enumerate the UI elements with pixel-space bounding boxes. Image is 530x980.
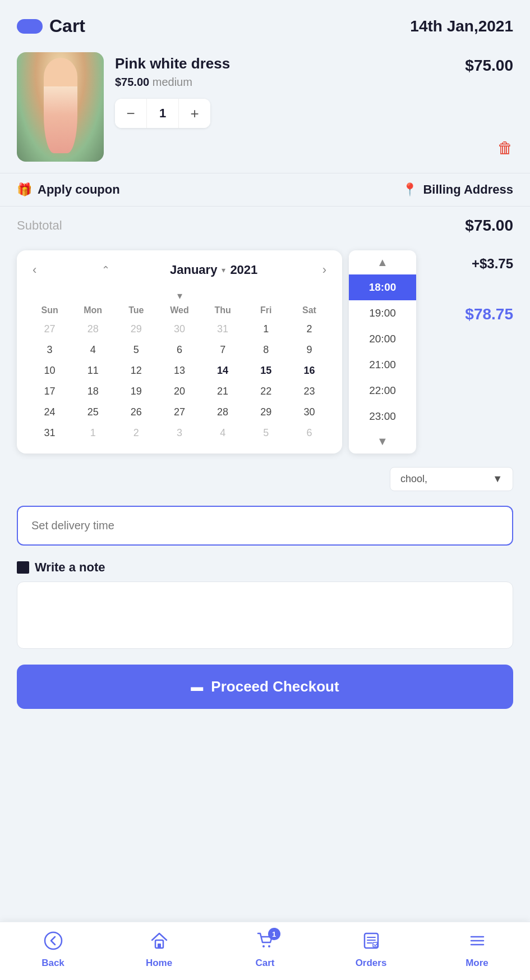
nav-label-cart: Cart — [255, 958, 274, 969]
location-icon: 📍 — [402, 182, 417, 197]
delivery-section — [0, 500, 530, 555]
calendar-day[interactable]: 23 — [288, 381, 331, 402]
time-option[interactable]: 20:00 — [349, 326, 416, 352]
address-row: chool, ▼ — [0, 462, 530, 500]
billing-label: Billing Address — [423, 182, 513, 197]
calendar-day[interactable]: 6 — [288, 423, 331, 443]
delete-button[interactable]: 🗑 — [497, 139, 513, 157]
calendar-prev-button[interactable]: ‹ — [28, 260, 41, 280]
calendar-section: ‹ ⌃ January ▾ 2021 › ▾ Sun Mon Tue Wed — [0, 245, 530, 462]
calendar-day[interactable]: 15 — [245, 360, 288, 381]
calendar-next-button[interactable]: › — [318, 260, 331, 280]
calendar-day[interactable]: 19 — [114, 381, 158, 402]
calendar-day[interactable]: 16 — [288, 360, 331, 381]
time-option[interactable]: 19:00 — [349, 300, 416, 326]
product-info: Pink white dress $75.00 medium − 1 + — [115, 52, 513, 128]
calendar-day[interactable]: 27 — [158, 402, 201, 423]
calendar-day[interactable]: 4 — [71, 340, 114, 360]
calendar-month-year: January ▾ 2021 — [170, 263, 257, 277]
cart-pill-icon — [17, 19, 43, 34]
quantity-decrease-button[interactable]: − — [115, 99, 146, 128]
time-option[interactable]: 23:00 — [349, 404, 416, 429]
calendar-day[interactable]: 27 — [28, 319, 71, 340]
time-list: 18:0019:0020:0021:0022:0023:00 — [349, 274, 416, 429]
calendar-day[interactable]: 24 — [28, 402, 71, 423]
calendar-day[interactable]: 29 — [114, 319, 158, 340]
calendar-day[interactable]: 31 — [201, 319, 245, 340]
calendar-day[interactable]: 10 — [28, 360, 71, 381]
weekday-tue: Tue — [114, 302, 158, 319]
calendar-grid: Sun Mon Tue Wed Thu Fri Sat 272829303112… — [28, 302, 331, 443]
nav-item-home[interactable]: Home — [131, 931, 187, 969]
billing-address-button[interactable]: 📍 Billing Address — [402, 182, 513, 197]
product-price-right: $75.00 — [465, 57, 513, 75]
calendar-day[interactable]: 28 — [71, 319, 114, 340]
calendar-day[interactable]: 21 — [201, 381, 245, 402]
calendar-day[interactable]: 18 — [71, 381, 114, 402]
apply-coupon-button[interactable]: 🎁 Apply coupon — [17, 182, 120, 197]
nav-item-orders[interactable]: Orders — [343, 931, 399, 969]
quantity-increase-button[interactable]: + — [179, 99, 210, 128]
calendar-day[interactable]: 13 — [158, 360, 201, 381]
subtotal-label: Subtotal — [17, 218, 62, 233]
calendar-day[interactable]: 5 — [245, 423, 288, 443]
address-dropdown[interactable]: chool, ▼ — [390, 467, 513, 491]
nav-item-cart[interactable]: 1 Cart — [237, 931, 293, 969]
calendar-day[interactable]: 3 — [28, 340, 71, 360]
calendar-day[interactable]: 17 — [28, 381, 71, 402]
calendar-day[interactable]: 22 — [245, 381, 288, 402]
calendar-up-button[interactable]: ⌃ — [102, 264, 110, 276]
calendar-day[interactable]: 1 — [245, 319, 288, 340]
time-picker: ▲ 18:0019:0020:0021:0022:0023:00 ▼ — [349, 250, 416, 454]
product-name: Pink white dress — [115, 55, 513, 72]
calendar-day[interactable]: 6 — [158, 340, 201, 360]
calendar-down-arrow: ▾ — [28, 290, 331, 302]
calendar-day[interactable]: 30 — [158, 319, 201, 340]
calendar-year: 2021 — [230, 263, 257, 277]
note-icon — [17, 561, 29, 574]
calendar-day[interactable]: 7 — [201, 340, 245, 360]
weekday-thu: Thu — [201, 302, 245, 319]
calendar-month-dropdown-icon[interactable]: ▾ — [222, 265, 225, 274]
calendar-day[interactable]: 11 — [71, 360, 114, 381]
calendar-day[interactable]: 31 — [28, 423, 71, 443]
time-option[interactable]: 21:00 — [349, 352, 416, 378]
calendar-day[interactable]: 20 — [158, 381, 201, 402]
note-section: Write a note — [0, 555, 530, 660]
header-date: 14th Jan,2021 — [410, 17, 513, 35]
calendar-day[interactable]: 30 — [288, 402, 331, 423]
calendar-day[interactable]: 2 — [114, 423, 158, 443]
note-textarea[interactable] — [17, 581, 513, 649]
weekday-fri: Fri — [245, 302, 288, 319]
product-image — [17, 52, 104, 162]
svg-point-0 — [45, 932, 62, 949]
time-down-button[interactable]: ▼ — [349, 429, 416, 454]
calendar-day[interactable]: 5 — [114, 340, 158, 360]
home-icon — [150, 931, 169, 954]
checkout-icon: ▬ — [191, 680, 203, 694]
calendar-day[interactable]: 3 — [158, 423, 201, 443]
action-row: 🎁 Apply coupon 📍 Billing Address — [0, 173, 530, 206]
svg-rect-2 — [158, 944, 161, 948]
calendar-day[interactable]: 8 — [245, 340, 288, 360]
calendar-day[interactable]: 29 — [245, 402, 288, 423]
calendar-day[interactable]: 14 — [201, 360, 245, 381]
calendar-day[interactable]: 26 — [114, 402, 158, 423]
total-value: $78.75 — [465, 305, 513, 323]
calendar-day[interactable]: 1 — [71, 423, 114, 443]
time-option[interactable]: 22:00 — [349, 378, 416, 404]
calendar-day[interactable]: 2 — [288, 319, 331, 340]
time-up-button[interactable]: ▲ — [349, 250, 416, 274]
nav-item-more[interactable]: More — [449, 931, 505, 969]
calendar-day[interactable]: 9 — [288, 340, 331, 360]
weekday-wed: Wed — [158, 302, 201, 319]
proceed-checkout-button[interactable]: ▬ Proceed Checkout — [17, 665, 513, 709]
calendar-day[interactable]: 4 — [201, 423, 245, 443]
time-option[interactable]: 18:00 — [349, 274, 416, 300]
delivery-time-input[interactable] — [17, 506, 513, 546]
page-title: Cart — [49, 16, 85, 36]
calendar-day[interactable]: 12 — [114, 360, 158, 381]
calendar-day[interactable]: 28 — [201, 402, 245, 423]
nav-item-back[interactable]: Back — [25, 931, 81, 969]
calendar-day[interactable]: 25 — [71, 402, 114, 423]
